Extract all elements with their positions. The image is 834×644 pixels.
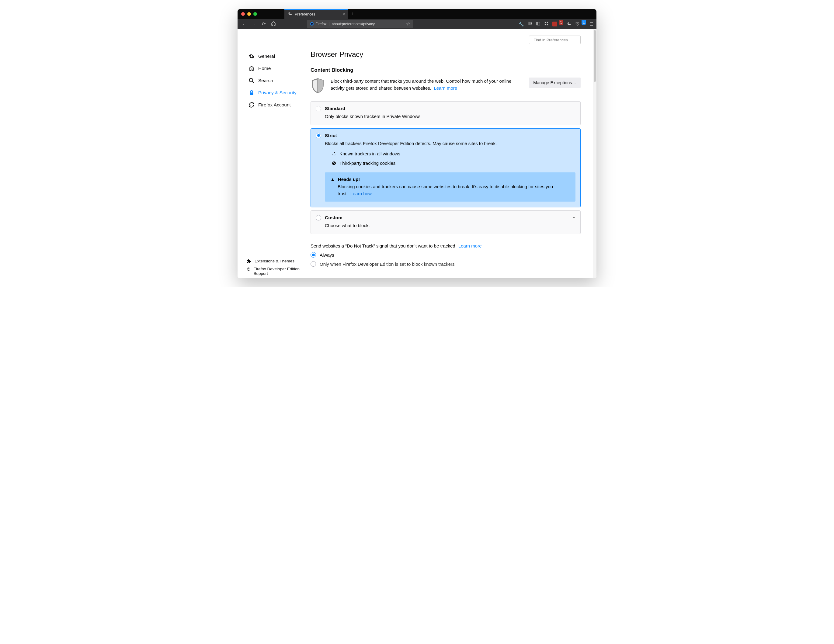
feature-label: Known trackers in all windows <box>339 151 400 156</box>
sidebar-item-label: Privacy & Security <box>258 90 297 95</box>
svg-rect-3 <box>545 22 546 23</box>
browser-window: Preferences × + ← → ⟳ Firefox about:pref… <box>238 9 596 278</box>
toolbar-addon-icons: 🔧 5 1 ☰ <box>519 21 593 27</box>
content-blocking-description: Block third-party content that tracks yo… <box>331 77 524 92</box>
cookie-icon <box>331 161 336 166</box>
svg-point-1 <box>311 23 313 25</box>
option-standard[interactable]: Standard Only blocks known trackers in P… <box>310 101 581 125</box>
home-button[interactable] <box>270 21 277 27</box>
option-strict[interactable]: Strict Blocks all trackers Firefox Devel… <box>310 128 581 207</box>
feature-label: Third-party tracking cookies <box>339 161 395 166</box>
pocket-badge: 1 <box>582 20 586 25</box>
find-in-preferences[interactable] <box>529 36 581 44</box>
shield-icon <box>310 77 325 94</box>
sync-icon <box>249 102 255 108</box>
gear-icon <box>288 11 292 17</box>
learn-how-link[interactable]: Learn how <box>351 191 372 196</box>
reload-button[interactable]: ⟳ <box>260 21 267 27</box>
page-title: Browser Privacy <box>310 50 581 59</box>
search-input[interactable] <box>533 38 585 42</box>
forward-button[interactable]: → <box>251 21 258 26</box>
grid-addon-icon[interactable] <box>544 21 549 27</box>
sidebar-item-label: Home <box>258 66 271 71</box>
dnt-option-always[interactable]: Always <box>310 252 581 258</box>
home-icon <box>249 65 255 71</box>
chevron-down-icon[interactable]: ⌄ <box>572 215 575 219</box>
sidebar-item-label: Firefox Account <box>258 102 291 108</box>
dnt-option-only-blocking[interactable]: Only when Firefox Developer Edition is s… <box>310 261 581 267</box>
minimize-window-button[interactable] <box>247 12 251 16</box>
warning-icon: ▲ <box>330 177 335 182</box>
option-desc: Choose what to block. <box>325 222 575 229</box>
radio-dnt-only[interactable] <box>310 261 316 267</box>
sidebar-item-privacy-security[interactable]: Privacy & Security <box>247 87 307 99</box>
option-title: Strict <box>325 133 337 138</box>
bookmark-star-icon[interactable]: ☆ <box>406 21 410 27</box>
radio-strict[interactable] <box>316 133 321 138</box>
svg-rect-11 <box>250 92 253 95</box>
support-link[interactable]: Firefox Developer Edition Support <box>247 267 301 276</box>
titlebar: Preferences × + <box>238 9 596 19</box>
dnt-learn-more-link[interactable]: Learn more <box>458 243 482 249</box>
identity-firefox-icon: Firefox <box>310 22 330 26</box>
fullscreen-window-button[interactable] <box>253 12 257 16</box>
preferences-main: Browser Privacy Content Blocking Block t… <box>307 29 593 278</box>
do-not-track-section: Send websites a “Do Not Track” signal th… <box>310 243 581 267</box>
close-window-button[interactable] <box>241 12 245 16</box>
svg-rect-4 <box>547 22 548 23</box>
traffic-lights <box>241 12 257 16</box>
svg-rect-5 <box>545 24 546 25</box>
tab-label: Preferences <box>295 12 340 16</box>
option-custom[interactable]: ⌄ Custom Choose what to block. <box>310 210 581 234</box>
sidebar-item-label: General <box>258 53 275 59</box>
extension-red-icon[interactable] <box>552 22 557 26</box>
sidebars-icon[interactable] <box>536 21 540 27</box>
svg-rect-6 <box>547 24 548 25</box>
svg-point-10 <box>249 78 253 82</box>
nightly-icon[interactable] <box>567 21 572 27</box>
pocket-icon[interactable] <box>575 21 580 27</box>
url-bar[interactable]: Firefox about:preferences#privacy ☆ <box>307 20 413 28</box>
extensions-themes-link[interactable]: Extensions & Themes <box>247 259 301 264</box>
sidebar-item-firefox-account[interactable]: Firefox Account <box>247 99 307 111</box>
close-tab-icon[interactable]: × <box>343 12 345 17</box>
option-desc: Blocks all trackers Firefox Developer Ed… <box>325 140 575 147</box>
extension-badge: 5 <box>559 20 563 25</box>
sidebar-item-search[interactable]: Search <box>247 74 307 87</box>
menu-button[interactable]: ☰ <box>590 22 593 26</box>
svg-rect-2 <box>537 22 540 25</box>
help-icon <box>247 267 251 271</box>
tracker-icon <box>331 152 336 156</box>
content-area: General Home Search Privacy & Security <box>238 29 596 278</box>
option-title: Standard <box>325 106 345 111</box>
heads-up-banner: ▲Heads up! Blocking cookies and trackers… <box>325 173 575 202</box>
search-icon <box>249 77 255 84</box>
learn-more-link[interactable]: Learn more <box>434 86 457 90</box>
option-title: Custom <box>325 215 343 220</box>
devtools-icon[interactable]: 🔧 <box>519 22 524 26</box>
radio-custom[interactable] <box>316 215 321 220</box>
puzzle-icon <box>247 259 252 264</box>
url-text: about:preferences#privacy <box>332 22 404 26</box>
svg-point-8 <box>569 22 571 24</box>
tab-preferences[interactable]: Preferences × <box>284 9 348 19</box>
sidebar-item-home[interactable]: Home <box>247 62 307 74</box>
library-icon[interactable] <box>527 21 532 27</box>
radio-standard[interactable] <box>316 106 321 111</box>
toolbar: ← → ⟳ Firefox about:preferences#privacy … <box>238 19 596 29</box>
scrollbar[interactable] <box>593 29 596 278</box>
sidebar-footer: Extensions & Themes Firefox Developer Ed… <box>247 259 301 276</box>
radio-dnt-always[interactable] <box>310 252 316 258</box>
sidebar-item-general[interactable]: General <box>247 50 307 62</box>
scrollbar-thumb[interactable] <box>594 30 596 82</box>
back-button[interactable]: ← <box>241 21 248 26</box>
sidebar-item-label: Search <box>258 78 273 83</box>
preferences-sidebar: General Home Search Privacy & Security <box>238 29 307 278</box>
lock-icon <box>249 90 255 96</box>
option-desc: Only blocks known trackers in Private Wi… <box>325 113 575 120</box>
manage-exceptions-button[interactable]: Manage Exceptions… <box>529 77 581 88</box>
gear-icon <box>249 53 255 59</box>
new-tab-button[interactable]: + <box>351 11 355 17</box>
section-title: Content Blocking <box>310 67 581 73</box>
